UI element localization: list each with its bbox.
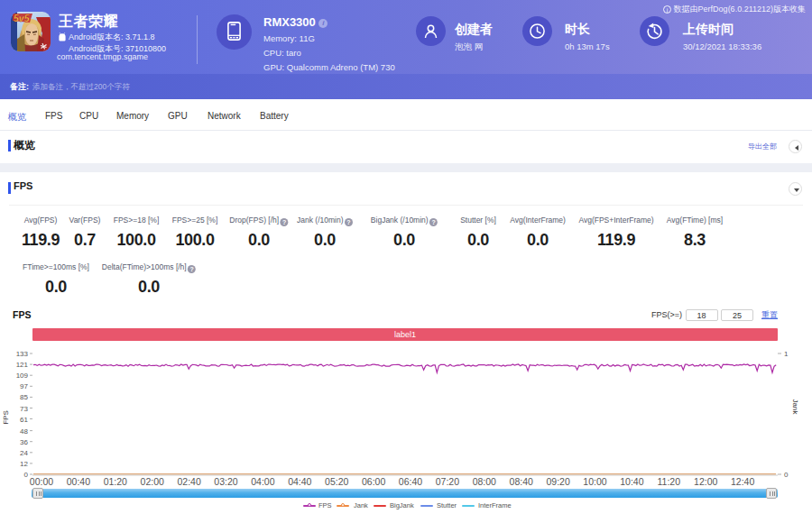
svg-text:12:40: 12:40 — [731, 476, 754, 487]
svg-text:0: 0 — [784, 471, 789, 479]
svg-text:12:00: 12:00 — [694, 476, 717, 487]
svg-text:36: 36 — [20, 438, 28, 446]
svg-text:00:40: 00:40 — [67, 476, 90, 487]
svg-text:24: 24 — [20, 449, 28, 457]
svg-text:07:20: 07:20 — [436, 476, 459, 487]
svg-text:0: 0 — [24, 471, 29, 479]
svg-text:01:20: 01:20 — [104, 476, 127, 487]
svg-text:1: 1 — [784, 350, 789, 358]
svg-text:02:40: 02:40 — [177, 476, 200, 487]
svg-text:04:40: 04:40 — [288, 476, 311, 487]
svg-text:109: 109 — [16, 372, 29, 380]
svg-text:09:20: 09:20 — [546, 476, 569, 487]
svg-text:03:20: 03:20 — [214, 476, 237, 487]
svg-text:05:20: 05:20 — [325, 476, 348, 487]
svg-text:06:00: 06:00 — [362, 476, 385, 487]
svg-text:00:00: 00:00 — [30, 476, 53, 487]
svg-text:FPS: FPS — [2, 410, 10, 425]
svg-text:48: 48 — [20, 427, 28, 436]
svg-text:73: 73 — [20, 405, 28, 413]
svg-text:11:20: 11:20 — [658, 476, 681, 487]
svg-text:04:00: 04:00 — [251, 476, 274, 487]
svg-text:5v5: 5v5 — [14, 13, 30, 23]
svg-text:08:00: 08:00 — [473, 476, 496, 487]
svg-text:85: 85 — [20, 393, 28, 401]
svg-text:121: 121 — [16, 361, 29, 369]
svg-text:12: 12 — [20, 460, 28, 468]
svg-text:06:40: 06:40 — [399, 476, 422, 487]
svg-text:133: 133 — [16, 350, 29, 358]
svg-text:10:00: 10:00 — [583, 476, 606, 487]
svg-text:61: 61 — [20, 416, 28, 424]
svg-text:Jank: Jank — [791, 399, 799, 416]
svg-text:97: 97 — [20, 382, 28, 390]
svg-text:02:00: 02:00 — [141, 476, 164, 487]
svg-text:08:40: 08:40 — [510, 476, 533, 487]
svg-text:10:40: 10:40 — [620, 476, 643, 487]
